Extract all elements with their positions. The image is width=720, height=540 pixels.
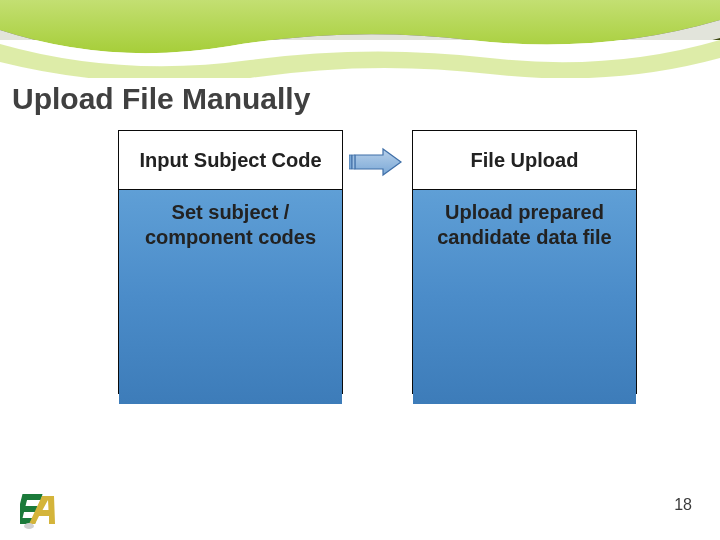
panel-file-upload: File Upload Upload prepared candidate da… bbox=[412, 130, 637, 394]
top-banner bbox=[0, 0, 720, 78]
svg-rect-2 bbox=[352, 155, 355, 169]
page-title: Upload File Manually bbox=[12, 82, 310, 116]
panel-input-subject: Input Subject Code Set subject / compone… bbox=[118, 130, 343, 394]
ea-logo bbox=[20, 488, 68, 530]
svg-rect-1 bbox=[349, 155, 352, 169]
panel-heading: Input Subject Code bbox=[119, 131, 342, 190]
right-arrow-icon bbox=[349, 147, 404, 177]
panel-heading: File Upload bbox=[413, 131, 636, 190]
svg-point-3 bbox=[24, 523, 34, 529]
panel-body-text: Set subject / component codes bbox=[119, 190, 342, 404]
panel-body-text: Upload prepared candidate data file bbox=[413, 190, 636, 404]
page-number: 18 bbox=[674, 496, 692, 514]
